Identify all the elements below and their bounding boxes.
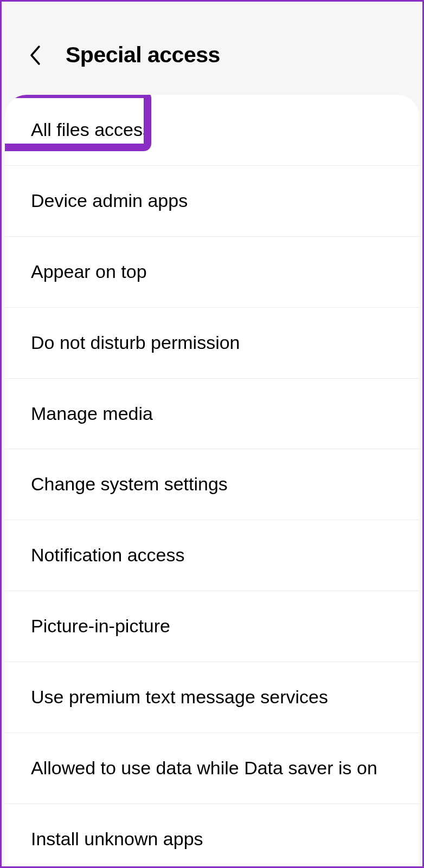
list-item-label: Do not disturb permission	[31, 331, 408, 355]
list-item-appear-on-top[interactable]: Appear on top	[5, 237, 419, 308]
list-item-label: All files access	[31, 118, 408, 142]
list-item-label: Notification access	[31, 543, 408, 568]
back-icon[interactable]	[28, 44, 43, 66]
list-item-picture-in-picture[interactable]: Picture-in-picture	[5, 591, 419, 662]
list-item-label: Use premium text message services	[31, 685, 408, 710]
list-item-all-files-access[interactable]: All files access	[5, 95, 419, 166]
list-item-label: Install unknown apps	[31, 827, 408, 852]
page-title: Special access	[66, 42, 220, 68]
list-item-do-not-disturb[interactable]: Do not disturb permission	[5, 308, 419, 379]
list-item-install-unknown-apps[interactable]: Install unknown apps	[5, 804, 419, 868]
list-item-label: Change system settings	[31, 472, 408, 497]
list-item-data-saver-allowed[interactable]: Allowed to use data while Data saver is …	[5, 733, 419, 804]
list-item-label: Allowed to use data while Data saver is …	[31, 756, 408, 781]
list-item-manage-media[interactable]: Manage media	[5, 379, 419, 450]
list-item-label: Appear on top	[31, 260, 408, 284]
settings-list: All files access Device admin apps Appea…	[5, 95, 419, 868]
list-item-change-system-settings[interactable]: Change system settings	[5, 449, 419, 520]
header-bar: Special access	[2, 2, 422, 95]
list-item-device-admin-apps[interactable]: Device admin apps	[5, 166, 419, 237]
list-item-label: Device admin apps	[31, 189, 408, 213]
list-item-label: Manage media	[31, 401, 408, 426]
list-item-notification-access[interactable]: Notification access	[5, 520, 419, 591]
list-item-premium-text-services[interactable]: Use premium text message services	[5, 662, 419, 733]
list-item-label: Picture-in-picture	[31, 614, 408, 639]
